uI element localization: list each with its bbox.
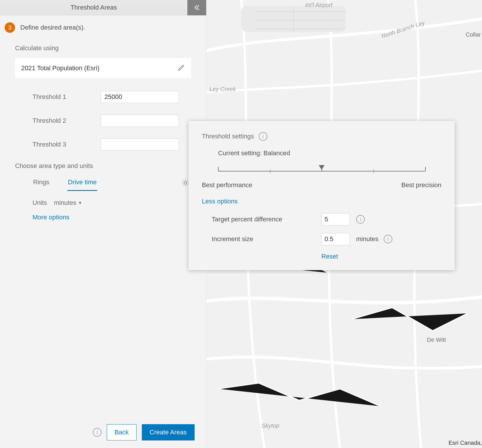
- info-icon[interactable]: i: [93, 428, 102, 437]
- pencil-icon[interactable]: [177, 64, 185, 73]
- step-number-badge: 3: [5, 22, 15, 33]
- threshold-1-row: Threshold 1: [15, 91, 191, 103]
- map-label-dewitt: De Witt: [427, 337, 446, 343]
- increment-size-label: Increment size: [212, 235, 321, 243]
- calculate-using-field[interactable]: 2021 Total Population (Esri): [15, 58, 191, 78]
- current-setting-value: Balanced: [264, 149, 290, 157]
- tab-drive-time[interactable]: Drive time: [67, 176, 97, 191]
- more-options-link[interactable]: More options: [15, 214, 191, 221]
- threshold-2-label: Threshold 2: [32, 117, 101, 124]
- slider-labels: Best performance Best precision: [202, 181, 441, 189]
- threshold-3-label: Threshold 3: [32, 141, 101, 148]
- slider-thumb[interactable]: [319, 165, 325, 170]
- popover-title: Threshold settings: [202, 133, 254, 140]
- slider-container: [202, 167, 441, 181]
- threshold-1-label: Threshold 1: [32, 93, 101, 101]
- gear-icon[interactable]: [181, 179, 189, 188]
- step-label: Define desired area(s).: [20, 24, 85, 31]
- area-type-label: Choose area type and units: [15, 162, 191, 170]
- step-header: 3 Define desired area(s).: [5, 22, 191, 33]
- chevrons-left-icon: [193, 4, 200, 11]
- tab-rings[interactable]: Rings: [32, 176, 50, 191]
- area-type-tabs: Rings Drive time: [15, 176, 191, 191]
- map-label-creek: Ley Creek: [209, 86, 236, 93]
- slider-label-right: Best precision: [401, 181, 441, 189]
- threshold-areas-panel: Threshold Areas 3 Define desired area(s)…: [0, 0, 206, 448]
- map-label-skytop: Skytop: [262, 422, 279, 429]
- collapse-panel-button[interactable]: [187, 0, 206, 15]
- map-label-collar: Collar: [466, 31, 481, 38]
- calculate-using-label: Calculate using: [15, 44, 191, 52]
- units-row: Units minutes ▼: [15, 199, 191, 207]
- units-select[interactable]: minutes ▼: [54, 199, 82, 207]
- units-value: minutes: [54, 199, 76, 207]
- units-label: Units: [32, 199, 47, 207]
- panel-footer: i Back Create Areas: [0, 417, 206, 448]
- less-options-link[interactable]: Less options: [202, 198, 238, 205]
- panel-body: 3 Define desired area(s). Calculate usin…: [0, 15, 206, 417]
- precision-slider[interactable]: [218, 167, 425, 174]
- increment-size-row: Increment size minutes i: [202, 233, 441, 245]
- info-icon[interactable]: i: [259, 132, 267, 141]
- popover-header: Threshold settings i: [202, 132, 441, 141]
- map-label-airport: Int'l Airport: [305, 2, 332, 8]
- reset-link[interactable]: Reset: [321, 253, 338, 260]
- panel-title: Threshold Areas: [0, 4, 187, 11]
- info-icon[interactable]: i: [356, 215, 365, 224]
- info-icon[interactable]: i: [384, 235, 392, 243]
- back-button[interactable]: Back: [107, 424, 137, 440]
- threshold-2-row: Threshold 2: [15, 115, 191, 127]
- slider-label-left: Best performance: [202, 181, 252, 189]
- chevron-down-icon: ▼: [78, 200, 82, 205]
- threshold-3-input[interactable]: [101, 138, 179, 151]
- map-attribution: Esri Canada,: [448, 440, 482, 446]
- target-percent-label: Target percent difference: [212, 216, 321, 223]
- current-setting-label: Current setting:: [218, 149, 262, 157]
- panel-header: Threshold Areas: [0, 0, 206, 15]
- increment-unit: minutes: [356, 235, 378, 243]
- target-percent-input[interactable]: [321, 213, 350, 225]
- threshold-3-row: Threshold 3: [15, 138, 191, 151]
- increment-size-input[interactable]: [321, 233, 350, 245]
- create-areas-button[interactable]: Create Areas: [142, 424, 195, 440]
- calculate-using-value: 2021 Total Population (Esri): [21, 64, 177, 72]
- threshold-2-input[interactable]: [101, 115, 179, 127]
- threshold-settings-popover: Threshold settings i Current setting: Ba…: [189, 121, 455, 270]
- current-setting-row: Current setting: Balanced: [202, 149, 441, 157]
- target-percent-row: Target percent difference i: [202, 213, 441, 225]
- threshold-1-input[interactable]: [101, 91, 179, 103]
